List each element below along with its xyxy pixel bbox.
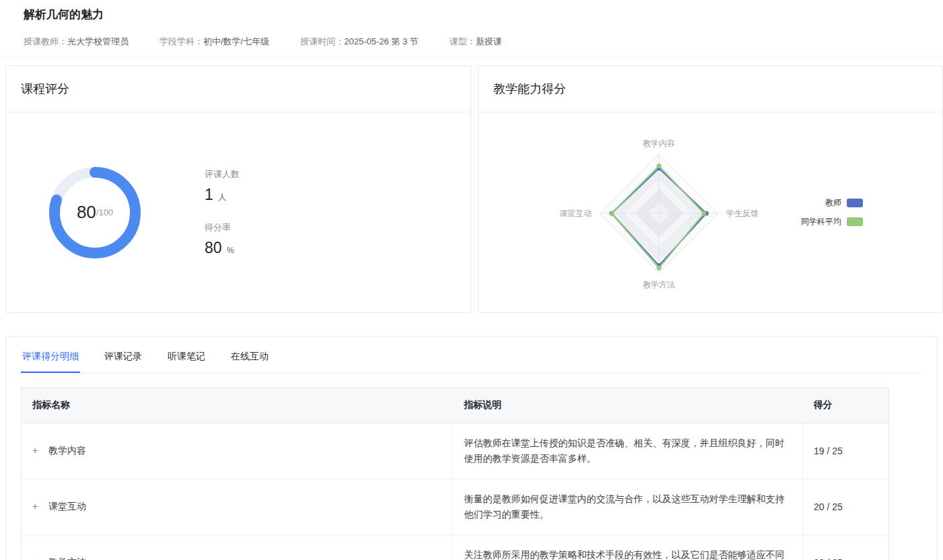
meta-subject: 学段学科：初中/数学/七年级 (160, 36, 269, 48)
legend-item-subject-average[interactable]: 同学科平均 (801, 216, 863, 228)
indicator-name-cell: +课堂互动 (22, 479, 453, 535)
course-score-body: 80 /100 评课人数 1 人 得分率 80 % (6, 112, 470, 312)
meta-teacher-label: 授课教师： (24, 36, 67, 46)
course-header: 解析几何的魅力 授课教师：光大学校管理员 学段学科：初中/数学/七年级 授课时间… (0, 0, 943, 58)
stat-score-rate-value: 80 (205, 239, 222, 256)
indicator-name: 课堂互动 (48, 501, 86, 512)
stat-score-rate-unit: % (227, 246, 234, 255)
score-cell: 20 / 25 (803, 479, 889, 535)
score-cell: 22 / 25 (803, 535, 889, 560)
tab-evaluation-records[interactable]: 评课记录 (103, 351, 143, 373)
legend-teacher-marker (847, 199, 863, 207)
col-indicator-desc: 指标说明 (453, 388, 803, 423)
donut-score-value: 80 (77, 202, 96, 223)
indicator-name: 教学方法 (48, 557, 86, 560)
radar-axis-label: 课堂互动 (559, 209, 592, 218)
score-donut-chart: 80 /100 (44, 162, 145, 263)
col-indicator-name: 指标名称 (22, 388, 453, 423)
radar-legend: 教师 同学科平均 (801, 197, 863, 228)
meta-teacher-value: 光大学校管理员 (67, 36, 129, 46)
meta-time: 授课时间：2025-05-26 第 3 节 (300, 36, 419, 48)
stat-evaluator-count-value: 1 (205, 186, 213, 203)
stat-score-rate: 得分率 80 % (205, 221, 240, 257)
detail-tabs: 评课得分明细 评课记录 听课笔记 在线互动 (21, 351, 922, 374)
indicator-desc-cell: 关注教师所采用的教学策略和技术手段的有效性，以及它们是否能够适应不同的学习风格和… (453, 535, 803, 560)
radar-axis-label: 教学内容 (643, 139, 675, 148)
table-row: +教学内容 评估教师在课堂上传授的知识是否准确、相关、有深度，并且组织良好，同时… (22, 423, 889, 479)
course-score-card-header: 课程评分 (6, 66, 470, 112)
indicator-name-cell: +教学内容 (22, 423, 453, 479)
legend-item-teacher[interactable]: 教师 (801, 197, 863, 209)
meta-course-type-label: 课型： (450, 36, 476, 46)
legend-teacher-label: 教师 (825, 197, 841, 209)
detail-section: 评课得分明细 评课记录 听课笔记 在线互动 指标名称 指标说明 得分 +教学内容… (5, 337, 938, 560)
stat-evaluator-count-label: 评课人数 (205, 168, 240, 180)
indicator-desc-cell: 衡量的是教师如何促进课堂内的交流与合作，以及这些互动对学生理解和支持他们学习的重… (453, 479, 803, 535)
meta-subject-value: 初中/数学/七年级 (203, 36, 269, 46)
indicator-desc-cell: 评估教师在课堂上传授的知识是否准确、相关、有深度，并且组织良好，同时使用的教学资… (453, 423, 803, 479)
radar-axis-label: 教学方法 (643, 280, 675, 289)
expand-row-icon[interactable]: + (32, 501, 42, 512)
meta-course-type: 课型：新授课 (450, 36, 502, 48)
legend-subject-average-label: 同学科平均 (801, 216, 841, 228)
score-stats: 评课人数 1 人 得分率 80 % (205, 168, 240, 257)
meta-teacher: 授课教师：光大学校管理员 (24, 36, 129, 48)
course-meta-row: 授课教师：光大学校管理员 学段学科：初中/数学/七年级 授课时间：2025-05… (24, 36, 919, 48)
course-score-card: 课程评分 80 /100 评课人数 1 人 (5, 65, 471, 313)
table-row: +教学方法 关注教师所采用的教学策略和技术手段的有效性，以及它们是否能够适应不同… (22, 535, 889, 560)
teaching-ability-card: 教学能力得分 教学内容学生反馈教学方法课堂互动 教师 同学科平均 (478, 65, 943, 313)
radar-axis-label: 学生反馈 (726, 209, 759, 218)
score-cell: 19 / 25 (803, 423, 889, 479)
score-detail-table: 指标名称 指标说明 得分 +教学内容 评估教师在课堂上传授的知识是否准确、相关、… (21, 387, 889, 560)
donut-center-label: 80 /100 (44, 162, 145, 263)
tab-score-detail[interactable]: 评课得分明细 (21, 351, 80, 373)
meta-subject-label: 学段学科： (160, 36, 203, 46)
donut-score-total: /100 (96, 207, 113, 217)
teaching-ability-body: 教学内容学生反馈教学方法课堂互动 教师 同学科平均 (479, 112, 942, 312)
indicator-name: 教学内容 (48, 445, 86, 456)
table-header-row: 指标名称 指标说明 得分 (22, 388, 889, 423)
expand-row-icon[interactable]: + (32, 557, 42, 560)
teaching-ability-title: 教学能力得分 (493, 81, 566, 97)
stat-score-rate-label: 得分率 (205, 221, 240, 234)
table-row: +课堂互动 衡量的是教师如何促进课堂内的交流与合作，以及这些互动对学生理解和支持… (22, 479, 889, 535)
col-score: 得分 (803, 388, 889, 423)
legend-subject-average-marker (847, 217, 863, 226)
teaching-ability-card-header: 教学能力得分 (479, 66, 942, 112)
page-title: 解析几何的魅力 (24, 7, 919, 22)
course-score-title: 课程评分 (21, 81, 69, 97)
meta-course-type-value: 新授课 (476, 36, 502, 46)
meta-time-label: 授课时间： (300, 36, 344, 46)
tab-online-interaction[interactable]: 在线互动 (230, 351, 270, 373)
radar-chart: 教学内容学生反馈教学方法课堂互动 (538, 112, 780, 314)
meta-time-value: 2025-05-26 第 3 节 (344, 36, 419, 46)
tab-listening-notes[interactable]: 听课笔记 (166, 351, 207, 373)
indicator-name-cell: +教学方法 (22, 535, 453, 560)
expand-row-icon[interactable]: + (32, 445, 42, 456)
stat-evaluator-count: 评课人数 1 人 (205, 168, 240, 204)
stat-evaluator-count-unit: 人 (218, 193, 226, 202)
cards-row: 课程评分 80 /100 评课人数 1 人 (5, 65, 943, 313)
